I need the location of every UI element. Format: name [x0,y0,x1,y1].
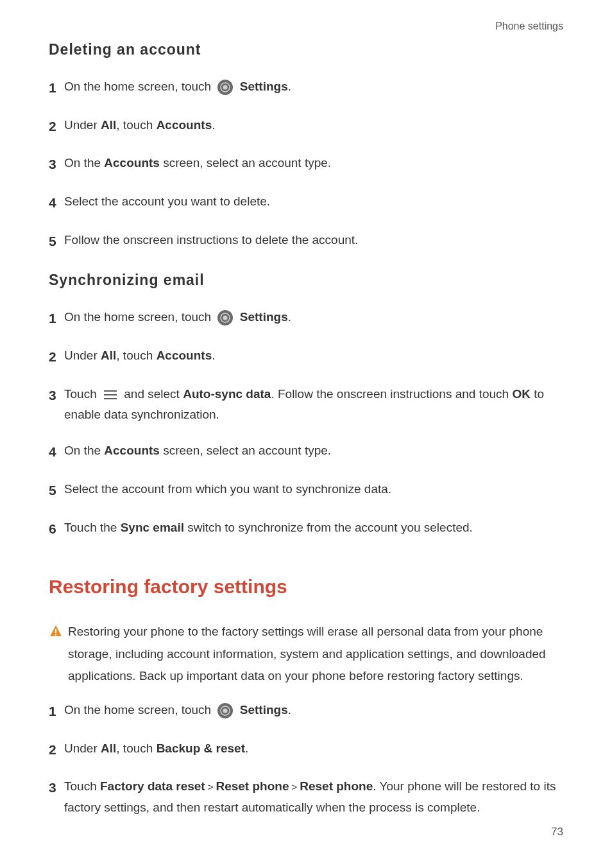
step-bold: Factory data reset [100,779,205,793]
list-item: 3 On the Accounts screen, select an acco… [49,153,563,176]
step-body: Touch the Sync email switch to synchroni… [64,517,563,538]
list-item: 5 Select the account from which you want… [49,479,563,502]
settings-icon [217,309,234,326]
list-item: 2 Under All, touch Backup & reset. [49,738,563,761]
step-number: 1 [49,76,64,100]
step-bold: Accounts [104,156,160,169]
step-number: 3 [49,153,64,176]
step-number: 3 [49,776,64,799]
svg-point-2 [223,85,228,89]
step-text: Touch [64,387,100,401]
step-text: screen, select an account type. [160,444,331,457]
step-body: Touch and select Auto-sync data. Follow … [64,384,563,426]
step-text: , touch [116,349,156,362]
step-text: , touch [116,742,156,755]
settings-icon [217,702,234,719]
step-text: and select [124,387,183,401]
steps-deleting-account: 1 On the home screen, touch Settings. 2 … [49,76,563,252]
step-bold: All [101,118,116,132]
step-bold: Sync email [121,521,184,534]
step-text: . [288,80,291,93]
svg-point-5 [223,316,228,320]
step-body: Select the account you want to delete. [64,191,563,212]
step-bold: Accounts [157,118,212,132]
step-text: . [288,703,291,716]
page-container: Phone settings Deleting an account 1 On … [0,0,612,868]
step-text: On the home screen, touch [64,310,214,324]
step-body: Under All, touch Accounts. [64,345,563,366]
list-item: 1 On the home screen, touch Settings. [49,307,563,330]
warning-icon [49,623,64,645]
header-category: Phone settings [495,21,563,32]
chevron-right-icon: > [291,781,297,792]
step-bold: OK [512,387,531,401]
step-text: , touch [116,118,156,132]
step-text: . [212,349,215,362]
step-bold: All [101,742,116,755]
step-text: Follow the onscreen instructions to dele… [64,233,358,247]
step-number: 2 [49,345,64,369]
step-body: Follow the onscreen instructions to dele… [64,230,563,250]
step-text: On the home screen, touch [64,703,214,716]
step-text: Under [64,742,101,755]
step-text: . Follow the onscreen instructions and t… [271,387,512,401]
step-text: switch to synchronize from the account y… [184,521,473,534]
step-bold: Reset phone [216,779,289,793]
list-item: 4 Select the account you want to delete. [49,191,563,214]
list-item: 4 On the Accounts screen, select an acco… [49,440,563,464]
svg-point-13 [223,709,228,713]
step-bold: Settings [240,80,288,93]
step-body: On the Accounts screen, select an accoun… [64,153,563,173]
step-number: 4 [49,440,64,464]
step-number: 5 [49,479,64,502]
warning-text: Restoring your phone to the factory sett… [68,621,563,687]
heading-restoring-factory: Restoring factory settings [49,576,563,598]
step-text: . [288,310,291,324]
svg-rect-10 [55,634,56,636]
step-number: 2 [49,738,64,761]
step-body: Touch Factory data reset>Reset phone>Res… [64,776,563,818]
step-number: 1 [49,700,64,723]
step-body: Under All, touch Accounts. [64,115,563,135]
list-item: 6 Touch the Sync email switch to synchro… [49,517,563,541]
step-body: On the home screen, touch Settings. [64,700,563,720]
step-number: 5 [49,230,64,253]
menu-icon [103,389,118,401]
step-bold: All [101,349,116,362]
step-bold: Accounts [104,444,160,457]
step-body: Select the account from which you want t… [64,479,563,499]
step-text: screen, select an account type. [160,156,331,169]
step-text: Select the account you want to delete. [64,195,270,208]
warning-row: Restoring your phone to the factory sett… [49,621,563,687]
steps-restoring-factory: 1 On the home screen, touch Settings. 2 … [49,700,563,818]
step-text: . [212,118,215,132]
step-number: 1 [49,307,64,330]
settings-icon [217,79,234,96]
step-number: 4 [49,191,64,214]
step-text: Select the account from which you want t… [64,482,391,496]
list-item: 1 On the home screen, touch Settings. [49,76,563,100]
step-body: Under All, touch Backup & reset. [64,738,563,759]
list-item: 1 On the home screen, touch Settings. [49,700,563,723]
step-text: . [245,742,248,755]
step-bold: Reset phone [300,779,373,793]
list-item: 2 Under All, touch Accounts. [49,115,563,138]
page-number: 73 [551,826,563,838]
heading-synchronizing-email: Synchronizing email [49,272,563,289]
step-number: 2 [49,115,64,138]
step-text: Touch [64,779,100,793]
step-bold: Settings [240,310,288,324]
step-text: On the [64,156,104,169]
chevron-right-icon: > [208,781,214,792]
step-text: Under [64,118,101,132]
step-text: Under [64,349,101,362]
step-bold: Accounts [157,349,212,362]
heading-deleting-account: Deleting an account [49,41,563,58]
list-item: 5 Follow the onscreen instructions to de… [49,230,563,253]
svg-rect-9 [55,629,56,633]
step-bold: Backup & reset [157,742,245,755]
step-body: On the Accounts screen, select an accoun… [64,440,563,461]
step-text: Touch the [64,521,121,534]
list-item: 2 Under All, touch Accounts. [49,345,563,369]
steps-synchronizing-email: 1 On the home screen, touch Settings. 2 … [49,307,563,540]
